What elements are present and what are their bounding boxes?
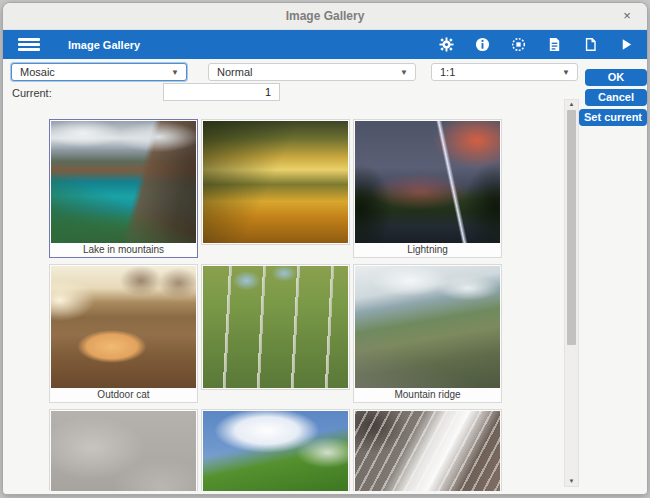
- vertical-scrollbar[interactable]: ▲ ▼: [564, 99, 579, 487]
- thumbnail-caption: Lightning: [355, 243, 500, 256]
- current-label: Current:: [12, 87, 52, 99]
- current-input[interactable]: [163, 83, 280, 101]
- gallery-item-outdoor-cat[interactable]: Outdoor cat: [49, 264, 198, 403]
- toolbar-title: Image Gallery: [68, 39, 140, 51]
- thumbnail-outdoor-cat: [51, 266, 196, 388]
- window-title: Image Gallery: [286, 9, 365, 23]
- gallery-item-birch-forest[interactable]: [201, 264, 350, 390]
- thumbnail-waterfall: [355, 411, 500, 491]
- document-icon[interactable]: [547, 37, 562, 52]
- thumbnail-caption: Lake in mountains: [51, 243, 196, 256]
- thumbnail-birch-forest: [203, 266, 348, 388]
- thumbnail-lake-in-mountains: [51, 121, 196, 243]
- thumbnail-gray-clouds: [51, 411, 196, 491]
- settings-icon[interactable]: [439, 37, 454, 52]
- gallery-item-golden-hills[interactable]: [201, 119, 350, 245]
- mode-select[interactable]: Normal ▼: [208, 63, 416, 81]
- ok-button[interactable]: OK: [585, 69, 647, 86]
- info-icon[interactable]: [475, 37, 490, 52]
- web-icon[interactable]: [511, 37, 526, 52]
- chevron-down-icon: ▼: [400, 65, 408, 81]
- scrollbar-thumb[interactable]: [567, 110, 576, 345]
- set-current-button[interactable]: Set current: [579, 109, 647, 126]
- cancel-button[interactable]: Cancel: [585, 89, 647, 106]
- scroll-up-icon[interactable]: ▲: [565, 101, 578, 107]
- new-file-icon[interactable]: [583, 37, 598, 52]
- gallery-item-mountain-ridge[interactable]: Mountain ridge: [353, 264, 502, 403]
- scroll-down-icon[interactable]: ▼: [565, 478, 578, 484]
- thumbnail-golden-hills: [203, 121, 348, 243]
- titlebar: Image Gallery ×: [3, 3, 647, 30]
- toolbar-icons: [439, 37, 647, 52]
- play-icon[interactable]: [619, 37, 634, 52]
- image-gallery-dialog: Image Gallery × Image Gallery: [2, 2, 648, 495]
- mode-select-value: Normal: [217, 66, 252, 78]
- thumbnail-grid: Lake in mountains Lightning Outdoor cat …: [49, 119, 502, 491]
- zoom-select-value: 1:1: [440, 66, 455, 78]
- layout-select-value: Mosaic: [20, 66, 55, 78]
- close-icon[interactable]: ×: [619, 8, 635, 24]
- gallery-item-forest-hill[interactable]: [201, 409, 350, 491]
- zoom-select[interactable]: 1:1 ▼: [431, 63, 578, 81]
- thumbnail-caption: Mountain ridge: [355, 388, 500, 401]
- thumbnail-forest-hill: [203, 411, 348, 491]
- layout-select[interactable]: Mosaic ▼: [11, 63, 187, 81]
- chevron-down-icon: ▼: [171, 65, 179, 81]
- menu-icon[interactable]: [18, 38, 40, 51]
- gallery-item-gray-clouds[interactable]: [49, 409, 198, 491]
- gallery-item-lightning[interactable]: Lightning: [353, 119, 502, 258]
- gallery-item-lake-in-mountains[interactable]: Lake in mountains: [49, 119, 198, 258]
- thumbnail-caption: Outdoor cat: [51, 388, 196, 401]
- gallery-item-waterfall[interactable]: [353, 409, 502, 491]
- thumbnail-mountain-ridge: [355, 266, 500, 388]
- thumbnail-lightning: [355, 121, 500, 243]
- chevron-down-icon: ▼: [562, 65, 570, 81]
- plugin-toolbar: Image Gallery: [3, 30, 647, 59]
